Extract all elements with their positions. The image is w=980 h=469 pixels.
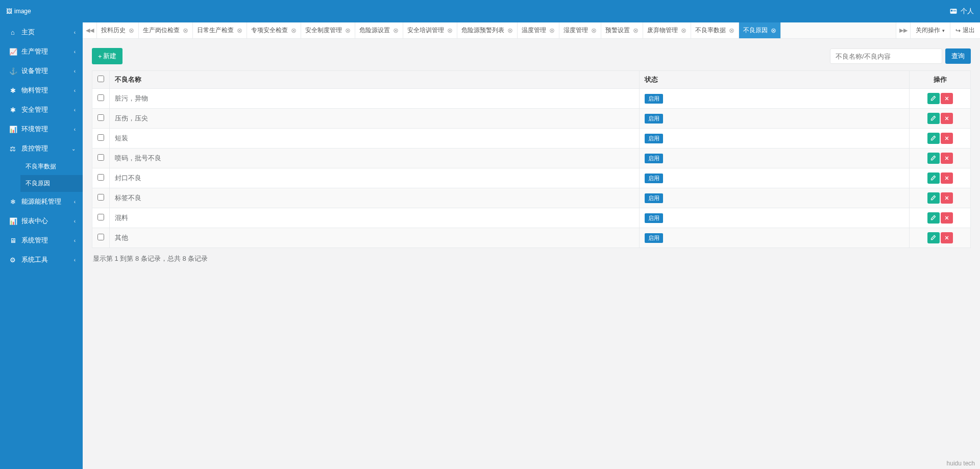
tab-6[interactable]: 安全培训管理⊗ (403, 22, 457, 38)
svg-rect-2 (953, 10, 956, 11)
sidebar-item-3[interactable]: ✱物料管理‹ (0, 81, 83, 100)
user-menu[interactable]: 个人 (949, 7, 974, 16)
row-checkbox[interactable] (97, 94, 104, 101)
sidebar-item-7[interactable]: ❄能源能耗管理‹ (0, 192, 83, 211)
row-checkbox[interactable] (97, 114, 104, 121)
delete-button[interactable] (941, 133, 953, 144)
sidebar-item-4[interactable]: ✱安全管理‹ (0, 100, 83, 119)
sidebar-subitem[interactable]: 不良率数据 (20, 158, 83, 175)
sidebar-item-5[interactable]: 📊环境管理‹ (0, 119, 83, 139)
close-icon[interactable]: ⊗ (447, 27, 453, 34)
menu-icon: 🖥 (9, 237, 16, 244)
close-icon[interactable]: ⊗ (507, 27, 513, 34)
menu-icon: 📈 (9, 48, 16, 56)
svg-rect-1 (951, 10, 953, 12)
tab-1[interactable]: 生产岗位检查⊗ (139, 22, 193, 38)
status-badge: 启用 (645, 174, 663, 183)
sidebar-item-6[interactable]: ⚖质控管理⌄ (0, 139, 83, 158)
edit-button[interactable] (927, 192, 940, 204)
row-checkbox[interactable] (97, 214, 104, 220)
tab-13[interactable]: 不良原因⊗ (739, 22, 781, 38)
edit-button[interactable] (927, 93, 940, 104)
tab-0[interactable]: 投料历史⊗ (97, 22, 139, 38)
menu-icon: ⌂ (9, 29, 16, 36)
cell-ops (910, 188, 971, 208)
edit-button[interactable] (927, 172, 940, 184)
tab-10[interactable]: 预警设置⊗ (601, 22, 643, 38)
chevron-left-icon: ‹ (74, 127, 76, 132)
svg-rect-3 (953, 11, 956, 11)
row-checkbox[interactable] (97, 154, 104, 161)
edit-button[interactable] (927, 212, 940, 224)
tab-label: 危险源设置 (359, 26, 390, 35)
close-icon (944, 234, 949, 242)
cell-status: 启用 (640, 149, 910, 168)
sidebar-item-8[interactable]: 📊报表中心‹ (0, 211, 83, 231)
tab-12[interactable]: 不良率数据⊗ (691, 22, 739, 38)
row-checkbox[interactable] (97, 174, 104, 181)
tab-7[interactable]: 危险源预警列表⊗ (457, 22, 518, 38)
close-icon[interactable]: ⊗ (549, 27, 555, 34)
tab-2[interactable]: 日常生产检查⊗ (193, 22, 247, 38)
close-icon[interactable]: ⊗ (729, 27, 734, 34)
sidebar-item-0[interactable]: ⌂主页‹ (0, 22, 83, 42)
header-checkbox (92, 71, 110, 89)
close-icon[interactable]: ⊗ (681, 27, 687, 34)
tab-label: 投料历史 (101, 26, 126, 35)
close-icon[interactable]: ⊗ (183, 27, 188, 34)
plus-icon: + (98, 53, 102, 60)
sidebar-item-2[interactable]: ⚓设备管理‹ (0, 61, 83, 81)
close-icon[interactable]: ⊗ (129, 27, 134, 34)
tab-5[interactable]: 危险源设置⊗ (355, 22, 403, 38)
menu-icon: ⚖ (9, 145, 16, 153)
table-row: 喷码，批号不良启用 (92, 149, 971, 168)
close-icon[interactable]: ⊗ (345, 27, 351, 34)
menu-icon: ⚓ (9, 67, 16, 75)
tab-scroll-right[interactable]: ▶▶ (896, 22, 910, 38)
cell-status: 启用 (640, 109, 910, 129)
close-icon[interactable]: ⊗ (771, 27, 776, 34)
edit-button[interactable] (927, 113, 940, 124)
row-checkbox[interactable] (97, 134, 104, 141)
delete-button[interactable] (941, 113, 953, 124)
menu-icon: ✱ (9, 87, 16, 94)
sidebar-item-9[interactable]: 🖥系统管理‹ (0, 231, 83, 250)
delete-button[interactable] (941, 232, 953, 243)
close-icon[interactable]: ⊗ (291, 27, 297, 34)
select-all-checkbox[interactable] (97, 76, 104, 82)
close-icon[interactable]: ⊗ (393, 27, 399, 34)
row-checkbox[interactable] (97, 234, 104, 240)
footer-brand: huidu tech (947, 460, 975, 467)
menu-label: 质控管理 (21, 144, 48, 153)
sidebar-item-1[interactable]: 📈生产管理‹ (0, 42, 83, 61)
edit-button[interactable] (927, 133, 940, 144)
cell-status: 启用 (640, 89, 910, 109)
menu-icon: ❄ (9, 198, 16, 206)
delete-button[interactable] (941, 212, 953, 224)
close-icon[interactable]: ⊗ (591, 27, 597, 34)
tab-8[interactable]: 温度管理⊗ (518, 22, 559, 38)
tab-label: 湿度管理 (564, 26, 588, 35)
tab-label: 安全培训管理 (407, 26, 444, 35)
delete-button[interactable] (941, 93, 953, 104)
tab-close-ops[interactable]: 关闭操作▾ (910, 22, 950, 38)
tab-11[interactable]: 废弃物管理⊗ (643, 22, 691, 38)
close-icon[interactable]: ⊗ (237, 27, 242, 34)
new-button[interactable]: +新建 (92, 48, 122, 64)
row-checkbox[interactable] (97, 194, 104, 201)
tab-9[interactable]: 湿度管理⊗ (559, 22, 601, 38)
close-icon[interactable]: ⊗ (633, 27, 639, 34)
tab-4[interactable]: 安全制度管理⊗ (301, 22, 355, 38)
search-input[interactable] (830, 48, 942, 64)
edit-button[interactable] (927, 153, 940, 164)
sidebar-item-10[interactable]: ⚙系统工具‹ (0, 250, 83, 269)
edit-button[interactable] (927, 232, 940, 243)
delete-button[interactable] (941, 172, 953, 184)
search-button[interactable]: 查询 (945, 48, 971, 64)
delete-button[interactable] (941, 192, 953, 204)
tab-scroll-left[interactable]: ◀◀ (83, 22, 97, 38)
tab-exit[interactable]: ↪ 退出 (950, 22, 980, 38)
sidebar-subitem[interactable]: 不良原因 (20, 175, 83, 192)
delete-button[interactable] (941, 153, 953, 164)
tab-3[interactable]: 专项安全检查⊗ (247, 22, 301, 38)
